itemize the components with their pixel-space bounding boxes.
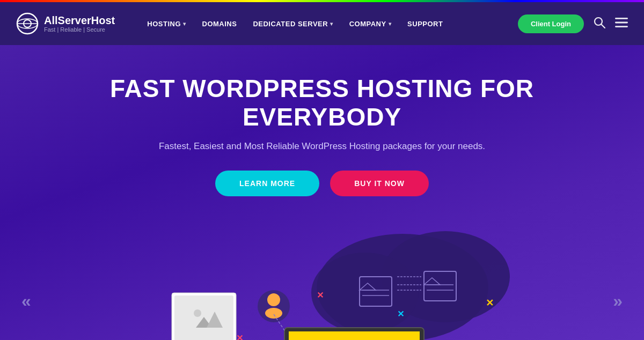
logo-icon	[16, 12, 39, 35]
nav-company[interactable]: COMPANY ▾	[349, 20, 391, 28]
svg-point-11	[311, 253, 419, 333]
carousel-prev-button[interactable]: «	[21, 291, 31, 311]
nav-hosting[interactable]: HOSTING ▾	[147, 20, 186, 28]
chevron-down-icon: ▾	[183, 21, 186, 27]
illustration-svg: ✕ ✕ ✕ ✕ ✕ ✕	[80, 223, 564, 340]
nav-support[interactable]: SUPPORT	[407, 20, 443, 28]
chevron-down-icon: ▾	[330, 21, 333, 27]
learn-more-button[interactable]: LEARN MORE	[215, 171, 319, 196]
svg-text:✕: ✕	[486, 298, 494, 308]
buy-now-button[interactable]: BUY IT NOW	[330, 171, 429, 196]
svg-point-18	[267, 293, 280, 306]
hero-section: FAST WORDPRESS HOSTING FOR EVERYBODY Fas…	[0, 45, 644, 340]
hero-buttons: LEARN MORE BUY IT NOW	[215, 171, 429, 196]
nav-links: HOSTING ▾ DOMAINS DEDICATED SERVER ▾ COM…	[147, 20, 518, 28]
hero-illustration: « »	[0, 207, 644, 340]
svg-point-19	[265, 308, 282, 319]
logo-text: AllServerHost Fast | Reliable | Secure	[44, 14, 115, 33]
hero-subtitle: Fastest, Easiest and Most Reliable WordP…	[159, 141, 485, 152]
navbar: AllServerHost Fast | Reliable | Secure H…	[0, 2, 644, 45]
client-login-button[interactable]: Client Login	[518, 14, 584, 33]
svg-text:✕: ✕	[236, 334, 243, 340]
svg-text:✕: ✕	[397, 309, 404, 319]
logo-name: AllServerHost	[44, 14, 115, 26]
hero-title: FAST WORDPRESS HOSTING FOR EVERYBODY	[80, 75, 564, 131]
nav-dedicated[interactable]: DEDICATED SERVER ▾	[253, 20, 333, 28]
svg-point-16	[194, 309, 201, 317]
svg-rect-7	[615, 21, 628, 23]
search-icon[interactable]	[594, 17, 605, 31]
logo-area[interactable]: AllServerHost Fast | Reliable | Secure	[16, 12, 115, 35]
chevron-down-icon: ▾	[389, 21, 392, 27]
carousel-next-button[interactable]: »	[613, 291, 623, 311]
svg-rect-6	[615, 18, 628, 19]
svg-line-5	[601, 24, 605, 28]
svg-rect-8	[615, 26, 628, 27]
hamburger-menu-icon[interactable]	[615, 18, 628, 30]
nav-right: Client Login	[518, 14, 628, 33]
nav-domains[interactable]: DOMAINS	[202, 20, 237, 28]
svg-text:✕: ✕	[317, 291, 324, 300]
svg-rect-22	[289, 331, 420, 340]
logo-tagline: Fast | Reliable | Secure	[44, 26, 115, 33]
